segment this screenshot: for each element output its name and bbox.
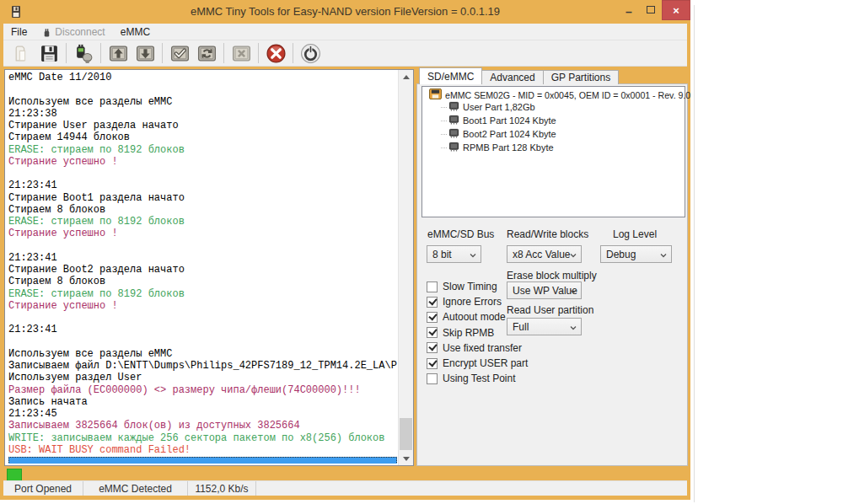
titlebar[interactable]: eMMC Tiny Tools for Easy-NAND version Fi… bbox=[0, 0, 690, 24]
scroll-down-icon[interactable] bbox=[399, 452, 414, 465]
log-line: Используем раздел User bbox=[8, 372, 397, 383]
log-level-select[interactable]: Debug bbox=[600, 245, 672, 263]
erase-chip-button[interactable] bbox=[228, 41, 255, 66]
read-chip-icon bbox=[108, 43, 129, 64]
log-line: 21:23:41 bbox=[8, 252, 397, 264]
checkbox-checked-icon[interactable] bbox=[427, 342, 438, 353]
statusbar: Port OpenedeMMC Detected1152,0 Kb/s bbox=[3, 480, 687, 496]
toolbar bbox=[3, 40, 687, 67]
tab-sd-emmc[interactable]: SD/eMMC bbox=[419, 67, 482, 84]
log-line: Запись начата bbox=[8, 396, 397, 408]
log-line: Стираем 8 блоков bbox=[8, 276, 397, 287]
maximize-button[interactable] bbox=[640, 0, 662, 19]
toolbar-separator bbox=[66, 43, 67, 63]
tree-root-label: eMMC SEM02G - MID = 0x0045, OEM ID = 0x0… bbox=[445, 90, 690, 100]
toolbar-separator bbox=[223, 43, 224, 63]
log-line: Используем все разделы eMMC bbox=[8, 96, 397, 108]
tree-node-label: User Part 1,82Gb bbox=[463, 102, 535, 112]
checkbox-ignore-errors[interactable]: Ignore Errors bbox=[427, 294, 528, 309]
open-file-button[interactable] bbox=[8, 41, 35, 66]
tree-root-node[interactable]: eMMC SEM02G - MID = 0x0045, OEM ID = 0x0… bbox=[422, 87, 685, 100]
menu-item-file[interactable]: File bbox=[3, 24, 35, 40]
checkbox-checked-icon[interactable] bbox=[427, 358, 438, 369]
chip-icon bbox=[448, 128, 459, 140]
status-port-opened: Port Opened bbox=[3, 481, 83, 496]
minimize-button[interactable]: – bbox=[618, 0, 640, 19]
tree-node[interactable]: User Part 1,82Gb bbox=[422, 100, 685, 114]
read-chip-button[interactable] bbox=[105, 41, 132, 66]
log-line bbox=[8, 336, 397, 348]
toolbar-separator bbox=[162, 43, 163, 63]
chevron-down-icon bbox=[570, 288, 577, 295]
chevron-down-icon bbox=[470, 252, 476, 259]
refresh-button[interactable] bbox=[193, 41, 220, 66]
stop-button[interactable] bbox=[262, 41, 289, 66]
checkbox-encrypt-user-part[interactable]: Encrypt USER part bbox=[427, 356, 528, 371]
checkbox-slow-timing[interactable]: Slow Timing bbox=[427, 279, 528, 294]
log-line bbox=[8, 83, 397, 95]
log-line: ERASE: стираем по 8192 блоков bbox=[8, 216, 397, 228]
checkbox-checked-icon[interactable] bbox=[427, 297, 438, 308]
chevron-down-icon bbox=[570, 324, 577, 331]
tree-node[interactable]: RPMB Part 128 Kbyte bbox=[422, 141, 685, 154]
checkbox-using-test-point[interactable]: Using Test Point bbox=[427, 371, 528, 386]
log-line: eMMC Date 11/2010 bbox=[8, 72, 397, 83]
close-button[interactable]: × bbox=[662, 0, 690, 20]
log-line: 21:23:41 bbox=[8, 180, 397, 191]
menu-item-emmc[interactable]: eMMC bbox=[113, 24, 158, 40]
log-selected-line[interactable] bbox=[8, 457, 397, 464]
checkbox-label: Use fixed transfer bbox=[443, 342, 522, 354]
log-line: ERASE: стираем по 8192 блоков bbox=[8, 288, 397, 300]
toolbar-separator bbox=[258, 43, 259, 63]
save-file-button[interactable] bbox=[35, 41, 62, 66]
chip-icon bbox=[448, 101, 459, 113]
checkbox-autoout-mode[interactable]: Autoout mode bbox=[427, 309, 528, 324]
scrollbar-thumb[interactable] bbox=[400, 418, 412, 450]
toolbar-separator bbox=[100, 43, 101, 63]
options-group: Slow TimingIgnore ErrorsAutoout modeSkip… bbox=[427, 279, 528, 386]
log-scrollbar[interactable] bbox=[398, 70, 413, 465]
power-button[interactable] bbox=[297, 41, 324, 66]
checkbox-skip-rpmb[interactable]: Skip RPMB bbox=[427, 325, 528, 340]
checkbox-use-fixed-transfer[interactable]: Use fixed transfer bbox=[427, 340, 528, 356]
checkbox-checked-icon[interactable] bbox=[427, 312, 438, 323]
usb-connect-icon bbox=[73, 43, 94, 64]
checkbox-label: Skip RPMB bbox=[443, 327, 494, 339]
tree-node-label: RPMB Part 128 Kbyte bbox=[463, 142, 554, 153]
tab-advanced[interactable]: Advanced bbox=[481, 70, 543, 84]
write-chip-button[interactable] bbox=[132, 41, 158, 66]
log-line: WRITE: записываем каждые 256 сектора пак… bbox=[8, 432, 397, 444]
stop-icon bbox=[266, 43, 287, 64]
log-output[interactable]: eMMC Date 11/2010 Используем все разделы… bbox=[8, 72, 397, 464]
bus-select[interactable]: 8 bit bbox=[427, 245, 481, 263]
log-line: Стираем 14944 блоков bbox=[8, 131, 397, 143]
checkbox-label: Encrypt USER part bbox=[443, 357, 528, 369]
window-border-bottom bbox=[0, 496, 690, 500]
checkbox-checked-icon[interactable] bbox=[427, 327, 438, 338]
menu-item-disconnect[interactable]: Disconnect bbox=[35, 24, 112, 40]
checkbox-unchecked-icon[interactable] bbox=[427, 281, 438, 292]
status-emmc-detected: eMMC Detected bbox=[83, 481, 188, 496]
verify-button[interactable] bbox=[166, 41, 193, 66]
partition-tree: eMMC SEM02G - MID = 0x0045, OEM ID = 0x0… bbox=[422, 86, 685, 217]
checkbox-label: Autoout mode bbox=[443, 311, 506, 323]
checkbox-unchecked-icon[interactable] bbox=[427, 373, 438, 384]
toolbar-separator bbox=[293, 43, 293, 63]
log-line bbox=[8, 168, 397, 180]
tab-gp-partitions[interactable]: GP Partitions bbox=[543, 70, 619, 84]
log-line: Стирание успешно ! bbox=[8, 156, 397, 168]
blocks-label: Read/Write blocks bbox=[507, 228, 588, 240]
blocks-select[interactable]: x8 Acc Value bbox=[507, 245, 582, 263]
log-line: Записываем файл D:\ENTT\Dumps\Philips_42… bbox=[8, 360, 397, 372]
usb-connect-button[interactable] bbox=[70, 41, 97, 66]
app-window: eMMC Tiny Tools for Easy-NAND version Fi… bbox=[0, 0, 690, 500]
tree-node[interactable]: Boot2 Part 1024 Kbyte bbox=[422, 127, 685, 141]
log-line: ERASE: стираем по 8192 блоков bbox=[8, 144, 397, 156]
log-line: 21:23:45 bbox=[8, 408, 397, 420]
verify-icon bbox=[169, 43, 191, 64]
save-file-icon bbox=[39, 43, 60, 64]
log-line: 21:23:38 bbox=[8, 108, 397, 120]
tree-node[interactable]: Boot1 Part 1024 Kbyte bbox=[422, 114, 685, 127]
scroll-up-icon[interactable] bbox=[399, 70, 414, 83]
checkbox-label: Ignore Errors bbox=[443, 296, 502, 308]
